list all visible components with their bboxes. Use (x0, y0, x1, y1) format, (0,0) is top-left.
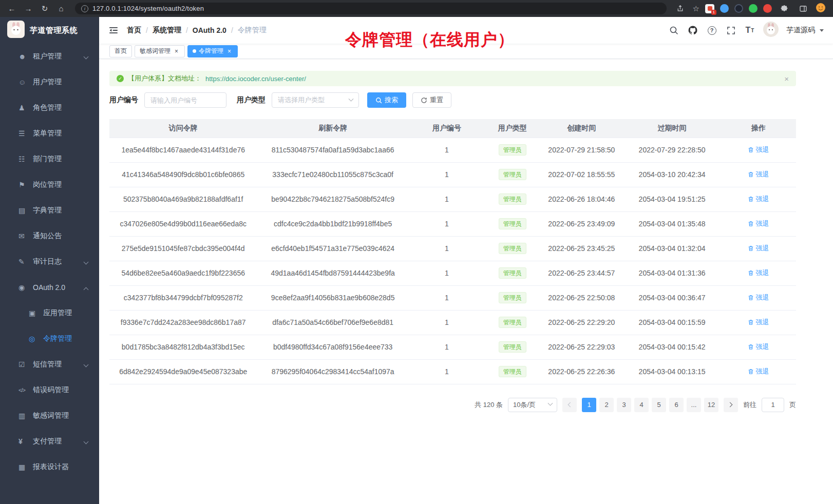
force-logout-button[interactable]: 强退 (748, 342, 769, 352)
extension-icon-orange[interactable] (763, 4, 772, 13)
sidebar-item-user[interactable]: 用户管理 (0, 69, 99, 95)
page-4[interactable]: 4 (634, 398, 649, 412)
breadcrumb-oauth2[interactable]: OAuth 2.0 (193, 26, 233, 34)
action-cell: 强退 (721, 236, 796, 261)
next-page-button[interactable] (724, 398, 738, 412)
fullscreen-icon[interactable] (725, 25, 736, 36)
share-icon[interactable] (674, 3, 687, 15)
alert-close-icon[interactable] (784, 74, 789, 83)
user-type-tag: 管理员 (499, 341, 526, 353)
sidebar-item-tenant[interactable]: 租户管理 (0, 44, 99, 69)
font-size-icon[interactable] (744, 25, 755, 36)
sidebar-item-oauth2[interactable]: OAuth 2.0 (0, 275, 99, 300)
github-icon[interactable] (687, 25, 698, 36)
access-token-cell: 502375b8040a469a9b82188afdf6af1f (109, 187, 257, 211)
profile-avatar-icon[interactable] (816, 3, 826, 15)
page-1[interactable]: 1 (582, 398, 596, 412)
caret-down-icon[interactable] (820, 29, 824, 32)
breadcrumb-token[interactable]: 令牌管理 (238, 26, 271, 35)
sidebar: 芋道管理系统 租户管理 用户管理 角色管理 菜单管理 (0, 17, 99, 504)
sidebar-item-report[interactable]: 报表设计器 (0, 454, 99, 480)
sidebar-item-audit-log[interactable]: 审计日志 (0, 249, 99, 275)
force-logout-button[interactable]: 强退 (748, 268, 769, 278)
user-avatar[interactable] (763, 22, 779, 39)
force-logout-button[interactable]: 强退 (748, 195, 769, 204)
site-info-icon[interactable]: i (81, 5, 88, 12)
sidebar-item-sms[interactable]: 短信管理 (0, 352, 99, 377)
help-icon[interactable] (706, 25, 717, 36)
force-logout-button[interactable]: 强退 (748, 145, 769, 154)
sidebar-item-post[interactable]: 岗位管理 (0, 172, 99, 198)
sidebar-item-sensitive-word[interactable]: 敏感词管理 (0, 403, 99, 429)
sidebar-item-token[interactable]: 令牌管理 (0, 326, 99, 352)
search-button[interactable]: 搜索 (367, 92, 406, 108)
reload-button[interactable]: ↻ (38, 3, 51, 15)
prev-page-button[interactable] (562, 398, 577, 412)
refresh-token-cell: be90422b8c7946218275a508bf524fc9 (257, 187, 408, 211)
page-6[interactable]: 6 (669, 398, 684, 412)
force-logout-button[interactable]: 强退 (748, 367, 769, 376)
page-12[interactable]: 12 (704, 398, 718, 412)
sidebar-item-dept[interactable]: 部门管理 (0, 146, 99, 172)
tab-sensitive-word[interactable]: 敏感词管理 (135, 45, 185, 57)
sidebar-item-error-code[interactable]: 错误码管理 (0, 377, 99, 403)
sidebar-item-notice[interactable]: 通知公告 (0, 223, 99, 249)
forward-button[interactable]: → (22, 3, 35, 15)
sidebar-item-pay[interactable]: 支付管理 (0, 429, 99, 454)
breadcrumb-home[interactable]: 首页 (127, 26, 148, 35)
back-button[interactable]: ← (5, 3, 18, 15)
page-2[interactable]: 2 (599, 398, 614, 412)
app-logo[interactable]: 芋道管理系统 (0, 17, 99, 44)
chevron-icon (84, 363, 88, 366)
breadcrumb-system[interactable]: 系统管理 (153, 26, 188, 35)
reset-button[interactable]: 重置 (412, 92, 451, 108)
doc-link[interactable]: https://doc.iocoder.cn/user-center/ (205, 75, 306, 83)
sensitive-word-icon (18, 412, 29, 420)
sidebar-item-role[interactable]: 角色管理 (0, 95, 99, 121)
table-row: 502375b8040a469a9b82188afdf6af1f be90422… (109, 187, 796, 211)
extension-icon-red[interactable]: 1 (705, 4, 714, 13)
address-bar[interactable]: i 127.0.0.1:1024/system/oauth2/token (75, 3, 667, 14)
bookmark-star-icon[interactable]: ☆ (693, 4, 699, 13)
user-type-tag: 管理员 (499, 144, 526, 156)
page-size-select[interactable]: 10条/页 (508, 398, 557, 412)
user-id-input[interactable] (144, 92, 226, 108)
sidebar-fold-icon[interactable] (108, 25, 119, 35)
username[interactable]: 芋道源码 (786, 26, 815, 35)
tab-close-icon[interactable] (173, 48, 180, 54)
user-id-cell: 1 (409, 335, 485, 359)
user-type-label: 用户类型 (237, 95, 266, 105)
goto-page-input[interactable] (762, 398, 784, 412)
side-panel-icon[interactable] (797, 3, 810, 15)
force-logout-button[interactable]: 强退 (748, 318, 769, 327)
chevron-down-icon (349, 96, 354, 101)
menu-list-icon (18, 129, 29, 138)
force-logout-button[interactable]: 强退 (748, 170, 769, 179)
chevron-icon (84, 440, 88, 443)
search-icon[interactable] (668, 25, 679, 36)
user-id-label: 用户编号 (109, 95, 138, 105)
sidebar-item-menu[interactable]: 菜单管理 (0, 121, 99, 146)
extension-icon-green[interactable] (749, 4, 758, 13)
tab-token[interactable]: 令牌管理 (187, 45, 238, 57)
page-5[interactable]: 5 (652, 398, 666, 412)
user-id-cell: 1 (409, 285, 485, 310)
tab-home[interactable]: 首页 (109, 45, 132, 57)
force-logout-button[interactable]: 强退 (748, 219, 769, 228)
page-3[interactable]: 3 (617, 398, 631, 412)
force-logout-button[interactable]: 强退 (748, 244, 769, 253)
user-id-cell: 1 (409, 162, 485, 187)
home-button[interactable]: ⌂ (54, 3, 68, 15)
post-icon (18, 181, 29, 189)
extensions-puzzle-icon[interactable] (778, 3, 791, 15)
user-type-select[interactable]: 请选择用户类型 (272, 92, 359, 108)
extension-icon-dark[interactable] (734, 4, 743, 13)
sidebar-item-app[interactable]: 应用管理 (0, 300, 99, 326)
create-time-cell: 2022-06-25 22:50:08 (540, 285, 623, 310)
extension-icon-blue[interactable] (720, 4, 729, 13)
force-logout-button[interactable]: 强退 (748, 293, 769, 302)
tab-close-icon[interactable] (226, 48, 233, 54)
pages-more[interactable]: ... (687, 398, 701, 412)
tab-bar: 首页 敏感词管理 令牌管理 (99, 44, 833, 59)
sidebar-item-dict[interactable]: 字典管理 (0, 198, 99, 223)
